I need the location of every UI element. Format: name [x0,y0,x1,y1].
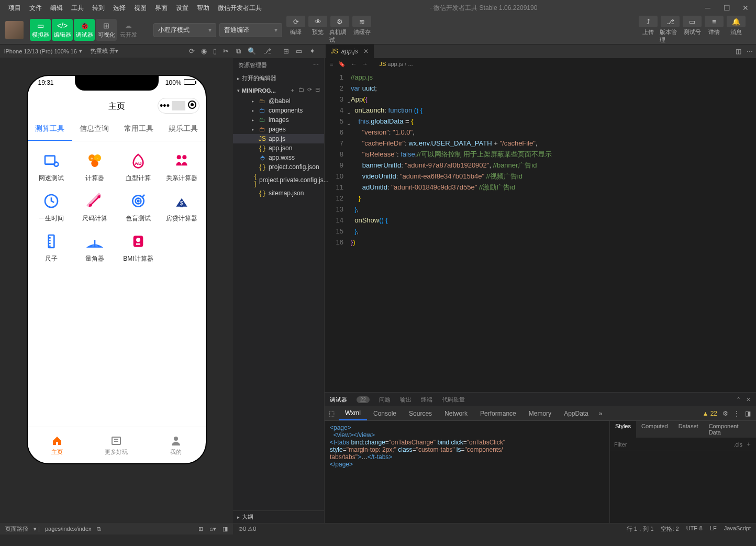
cls-toggle[interactable]: .cls [734,441,743,448]
clear-cache-button[interactable]: ≋清缓存 [351,16,372,44]
tree-item[interactable]: { }project.config.json [233,162,324,172]
grid-item[interactable]: $房贷计算器 [160,187,204,227]
record-icon[interactable]: ◉ [201,47,207,55]
code-lines[interactable]: //app.jsvar uuid;App({ onLaunch: functio… [351,72,756,392]
visual-toggle[interactable]: ⊞可视化 [96,19,117,41]
refresh-tree-icon[interactable]: ⟳ [307,86,312,94]
refresh-icon[interactable]: ⟳ [189,47,195,55]
grid-item[interactable]: 网速测试 [30,147,73,187]
category-tab[interactable]: 常用工具 [117,118,161,141]
capsule-button[interactable]: ••• [158,98,199,114]
dt-tab-perf[interactable]: Performance [474,406,522,420]
menu-工具[interactable]: 工具 [67,2,88,15]
tab-close-icon[interactable]: ✕ [363,48,369,55]
grid-item[interactable]: 关系计算器 [160,147,204,187]
device-label[interactable]: iPhone 12/13 (Pro) 100% 16 [4,48,77,54]
dt-dock-icon[interactable]: ◨ [745,410,751,417]
menu-视图[interactable]: 视图 [130,2,151,15]
project-section[interactable]: ▾MINIPROG... ＋ 🗀 ⟳ ⊟ [233,84,324,96]
page-path[interactable]: pages/index/index [45,526,92,532]
tabbar-item[interactable]: 我的 [146,427,205,463]
capsule-menu-icon[interactable]: ••• [158,101,172,112]
explorer-icon[interactable]: ⧉ [236,47,241,55]
tree-item[interactable]: { }project.private.config.js... [233,172,324,188]
menu-设置[interactable]: 设置 [172,2,193,15]
dbg-tab-quality[interactable]: 代码质量 [442,396,465,404]
grid-item[interactable]: AB血型计算 [117,147,160,187]
fold-icon[interactable]: ⌄ [347,118,351,129]
st-dataset[interactable]: Dataset [673,421,704,438]
remote-debug-button[interactable]: ⚙真机调试 [329,16,350,44]
menu-转到[interactable]: 转到 [88,2,109,15]
git-icon[interactable]: ⎇ [263,47,271,55]
maximize-button[interactable]: ☐ [720,4,733,12]
inspect-icon[interactable]: ⬚ [325,410,339,417]
tabbar-item[interactable]: 更多好玩 [87,427,146,463]
explorer-more-icon[interactable]: ⋯ [313,62,319,69]
eol[interactable]: LF [710,525,717,533]
user-avatar[interactable] [5,21,24,39]
details-button[interactable]: ≡详情 [704,16,725,44]
menu-界面[interactable]: 界面 [151,2,172,15]
close-button[interactable]: ✕ [739,4,752,12]
tree-item[interactable]: ▸🗀images [233,115,324,125]
editor-tab-app-js[interactable]: JS app.js ✕ [326,44,374,58]
tree-item[interactable]: JSapp.js [233,134,324,143]
menu-项目[interactable]: 项目 [4,2,25,15]
st-styles[interactable]: Styles [610,421,636,438]
notifications-button[interactable]: 🔔消息 [726,16,747,44]
tree-item[interactable]: { }sitemap.json [233,188,324,198]
ext3-icon[interactable]: ✦ [309,47,315,55]
dt-menu-icon[interactable]: ⋮ [733,410,740,417]
st-computed[interactable]: Computed [636,421,673,438]
new-file-icon[interactable]: ＋ [290,86,295,94]
rotate-icon[interactable]: ▯ [213,47,217,55]
menu-编辑[interactable]: 编辑 [46,2,67,15]
fold-icon[interactable]: ⌄ [347,107,351,118]
search-icon[interactable]: 🔍 [248,47,256,55]
dt-settings-icon[interactable]: ⚙ [722,410,728,417]
grid-item[interactable]: BMI计算器 [117,227,160,268]
compile-button[interactable]: ⟳编译 [285,16,306,44]
ext2-icon[interactable]: ▭ [296,47,302,55]
grid-item[interactable]: 尺码计算 [73,187,117,227]
scene-icon[interactable]: ⊞ [198,526,203,532]
line-col[interactable]: 行 1，列 1 [627,525,653,533]
tree-item[interactable]: ▸🗀components [233,106,324,115]
open-editors-section[interactable]: ▸打开的编辑器 [233,72,324,84]
encoding[interactable]: UTF-8 [686,525,703,533]
editor-toggle[interactable]: </>编辑器 [52,19,73,41]
copy-icon[interactable]: ⧉ [97,526,101,532]
back-icon[interactable]: ← [351,61,357,67]
dt-tab-memory[interactable]: Memory [522,406,558,420]
minimize-button[interactable]: ─ [702,4,714,12]
test-button[interactable]: ▭测试号 [682,16,703,44]
dbg-tab-problems[interactable]: 问题 [379,396,391,404]
grid-item[interactable]: 尺子 [30,227,73,268]
dbg-up-icon[interactable]: ⌃ [736,396,741,403]
tabbar-item[interactable]: 主页 [28,427,87,463]
capsule-close-icon[interactable] [185,101,199,112]
menu-微信开发者工具[interactable]: 微信开发者工具 [214,2,266,15]
dbg-close-icon[interactable]: ✕ [746,396,751,403]
breadcrumb-path[interactable]: app.js › ... [387,61,413,67]
ext1-icon[interactable]: ⊞ [283,47,289,55]
grid-item[interactable]: 色盲测试 [117,187,160,227]
dt-tab-appdata[interactable]: AppData [558,406,595,420]
preview-button[interactable]: 👁预览 [307,16,328,44]
dbg-tab-output[interactable]: 输出 [400,396,412,404]
outline-section[interactable]: ▸大纲 [233,511,324,523]
dbg-tab-debugger[interactable]: 调试器 [330,396,347,404]
dbg-tab-terminal[interactable]: 终端 [421,396,432,404]
cut-icon[interactable]: ✂ [223,47,229,55]
compare-icon[interactable]: ≡ [330,61,333,67]
spaces[interactable]: 空格: 2 [661,525,679,533]
forward-icon[interactable]: → [362,61,368,67]
dt-tab-wxml[interactable]: Wxml [339,406,367,420]
simulator-toggle[interactable]: ▭模拟器 [30,19,51,41]
grid-item[interactable]: 一生时间 [30,187,73,227]
grid-item[interactable]: +-计算器 [73,147,117,187]
category-tab[interactable]: 信息查询 [72,118,117,141]
split-editor-icon[interactable]: ◫ [736,48,741,55]
mode-select[interactable]: 小程序模式▾ [153,23,216,37]
